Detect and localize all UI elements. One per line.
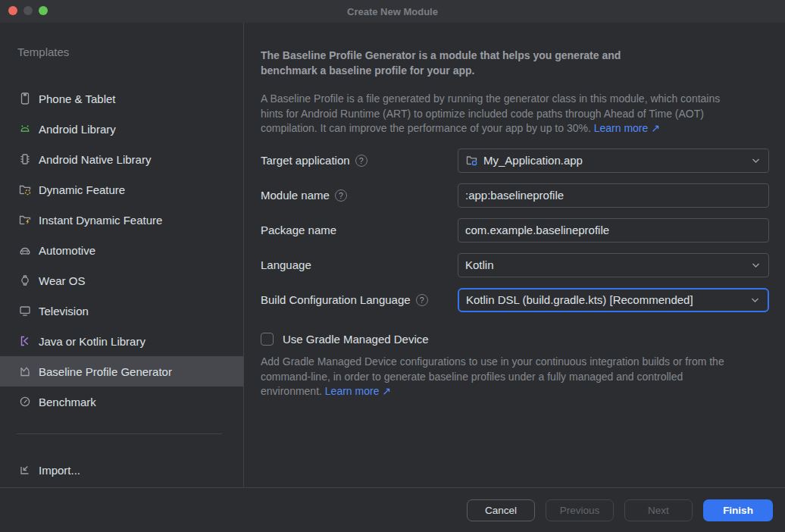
next-button: Next	[624, 499, 693, 521]
use-gmd-label: Use Gradle Managed Device	[283, 333, 429, 346]
dialog-title: Create New Module	[347, 6, 438, 17]
sidebar-item-label: Phone & Tablet	[39, 92, 115, 105]
sidebar-item-label: Import...	[39, 464, 80, 477]
build-config-language-row: Build Configuration Language ? Kotlin DS…	[261, 288, 769, 312]
create-new-module-dialog: Create New Module Templates Phone & Tabl…	[0, 0, 785, 532]
java-kotlin-icon	[18, 334, 32, 348]
sidebar-item-automotive[interactable]: Automotive	[0, 235, 243, 265]
chevron-down-icon	[752, 157, 760, 164]
gmd-learn-more-link[interactable]: Learn more ↗	[325, 385, 391, 397]
language-dropdown[interactable]: Kotlin	[458, 253, 769, 277]
use-gmd-checkbox[interactable]	[261, 333, 274, 346]
sidebar-item-label: Television	[39, 305, 89, 318]
previous-button: Previous	[546, 499, 614, 521]
sidebar-item-label: Dynamic Feature	[39, 183, 125, 196]
sidebar-item-label: Benchmark	[39, 396, 96, 408]
module-name-row: Module name ?	[261, 183, 769, 208]
sidebar-item-baseline-profile-generator[interactable]: Baseline Profile Generator	[0, 356, 243, 386]
finish-button[interactable]: Finish	[703, 499, 773, 521]
minimize-window-icon[interactable]	[23, 6, 33, 15]
app-module-icon	[465, 154, 479, 167]
import-icon	[18, 463, 32, 477]
television-icon	[18, 304, 32, 318]
sidebar-item-phone-tablet[interactable]: Phone & Tablet	[0, 83, 243, 114]
package-name-input[interactable]	[458, 218, 769, 243]
build-config-language-value: Kotlin DSL (build.gradle.kts) [Recommend…	[466, 293, 693, 306]
sidebar-item-import[interactable]: Import...	[0, 455, 243, 485]
sidebar-item-label: Automotive	[39, 244, 95, 257]
use-gmd-checkbox-row[interactable]: Use Gradle Managed Device	[261, 333, 769, 346]
android-icon	[18, 122, 32, 136]
module-config-panel: The Baseline Profile Generator is a modu…	[244, 23, 785, 487]
module-heading: The Baseline Profile Generator is a modu…	[261, 49, 676, 78]
target-application-row: Target application ? My_Application.app	[261, 149, 769, 173]
target-application-label: Target application ?	[261, 154, 458, 167]
instant-dynamic-feature-icon	[18, 213, 32, 227]
baseline-profile-icon	[18, 365, 32, 378]
module-name-label: Module name ?	[261, 189, 458, 202]
target-application-value: My_Application.app	[483, 154, 583, 167]
sidebar-item-label: Baseline Profile Generator	[39, 365, 172, 378]
zoom-window-icon[interactable]	[39, 6, 48, 15]
learn-more-link[interactable]: Learn more ↗	[594, 122, 660, 134]
sidebar-item-dynamic-feature[interactable]: Dynamic Feature	[0, 174, 243, 205]
help-icon[interactable]: ?	[416, 294, 428, 306]
automotive-icon	[18, 243, 32, 257]
title-bar: Create New Module	[0, 0, 785, 23]
sidebar-item-label: Android Library	[39, 123, 116, 136]
module-name-input[interactable]	[458, 183, 769, 208]
module-form: Target application ? My_Application.app	[261, 149, 769, 312]
help-icon[interactable]: ?	[335, 189, 347, 202]
sidebar-item-java-kotlin-library[interactable]: Java or Kotlin Library	[0, 326, 243, 356]
templates-header: Templates	[17, 45, 243, 61]
sidebar-item-android-library[interactable]: Android Library	[0, 114, 243, 144]
language-label: Language	[261, 258, 458, 271]
language-value: Kotlin	[465, 258, 494, 271]
build-config-language-label: Build Configuration Language ?	[261, 293, 458, 306]
benchmark-icon	[18, 395, 32, 408]
chevron-down-icon	[751, 296, 759, 304]
sidebar-item-instant-dynamic-feature[interactable]: Instant Dynamic Feature	[0, 205, 243, 235]
sidebar-item-label: Instant Dynamic Feature	[39, 214, 162, 227]
gmd-help-text: Add Gradle Managed Device configurations…	[261, 355, 746, 399]
package-name-row: Package name	[261, 218, 769, 243]
templates-list: Phone & Tablet Android Library	[0, 83, 243, 417]
dynamic-feature-icon	[18, 183, 32, 196]
sidebar-item-television[interactable]: Television	[0, 296, 243, 326]
sidebar-item-label: Wear OS	[39, 274, 85, 287]
close-window-icon[interactable]	[8, 6, 17, 15]
phone-tablet-icon	[18, 92, 32, 105]
sidebar-item-wear-os[interactable]: Wear OS	[0, 265, 243, 296]
sidebar-item-label: Android Native Library	[39, 153, 151, 166]
sidebar-item-android-native-library[interactable]: Android Native Library	[0, 144, 243, 174]
package-name-label: Package name	[261, 224, 458, 236]
language-row: Language Kotlin	[261, 253, 769, 277]
chevron-down-icon	[752, 261, 760, 269]
sidebar-divider	[17, 433, 222, 434]
target-application-dropdown[interactable]: My_Application.app	[458, 149, 769, 173]
cancel-button[interactable]: Cancel	[467, 499, 535, 521]
module-description: A Baseline Profile is a file generated b…	[261, 92, 741, 136]
templates-sidebar: Templates Phone & Tablet Android Library	[0, 23, 244, 487]
dialog-footer: Cancel Previous Next Finish	[0, 487, 785, 532]
native-library-icon	[18, 152, 32, 166]
help-icon[interactable]: ?	[355, 155, 367, 167]
sidebar-item-label: Java or Kotlin Library	[39, 335, 145, 348]
sidebar-item-benchmark[interactable]: Benchmark	[0, 386, 243, 417]
wear-os-icon	[18, 274, 32, 287]
build-config-language-dropdown[interactable]: Kotlin DSL (build.gradle.kts) [Recommend…	[458, 288, 769, 312]
